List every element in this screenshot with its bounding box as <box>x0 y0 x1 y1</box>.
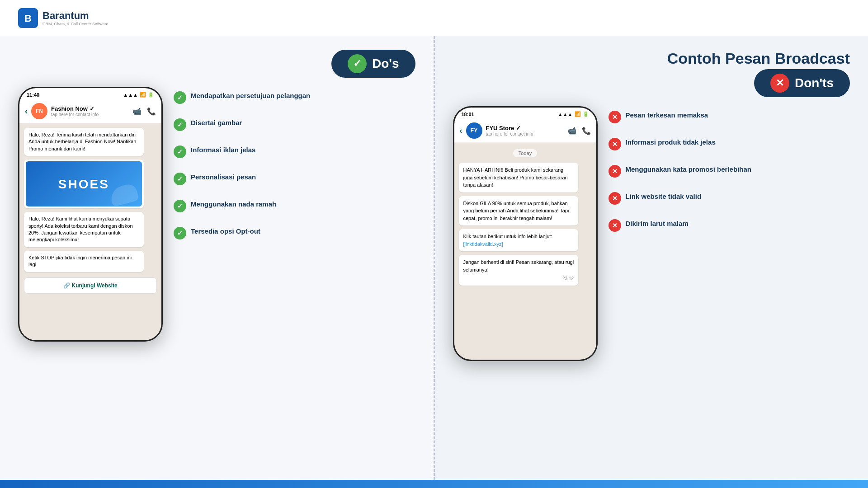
donts-chat-area: Today HANYA HARI INI!! Beli produk kami … <box>454 143 596 360</box>
donts-status-bar: 18:01 ▲▲▲ 📶 🔋 <box>454 108 596 119</box>
donts-chat-bubble-3: Klik tautan berikut untuk info lebih lan… <box>459 229 579 251</box>
dos-checklist: ✓ Mendapatkan persetujuan pelanggan ✓ Di… <box>174 87 415 239</box>
donts-check-5: ✕ Dikirim larut malam <box>609 219 850 232</box>
x-icon-1: ✕ <box>609 111 621 123</box>
check-icon-5: ✓ <box>174 200 186 212</box>
back-arrow-icon: ‹ <box>25 107 28 116</box>
dos-contact-name: Fashion Now ✓ <box>51 105 99 112</box>
page-title: Contoh Pesan Broadcast <box>667 50 850 67</box>
donts-avatar: FY <box>466 122 482 139</box>
dos-check-6: ✓ Tersedia opsi Opt-out <box>174 227 415 239</box>
dos-check-label-3: Informasi iklan jelas <box>191 145 255 155</box>
donts-header: ✕ Don'ts <box>453 69 850 97</box>
donts-chat-bubble-1: HANYA HARI INI!! Beli produk kami sekara… <box>459 163 579 192</box>
donts-label: Don'ts <box>795 76 834 90</box>
dos-chat-image-bubble: SHOES <box>24 160 144 208</box>
dos-status-bar: 11:40 ▲▲▲ 📶 🔋 <box>19 88 161 99</box>
donts-contact-info: FYU Store ✓ tap here for contact info <box>486 125 533 136</box>
donts-check-label-4: Link website tidak valid <box>626 192 702 201</box>
video-icon: 📹 <box>132 107 142 116</box>
dos-badge: ✓ Do's <box>331 50 415 78</box>
logo-subtitle: CRM, Chats, & Call Center Software <box>42 22 108 26</box>
donts-check-label-2: Informasi produk tidak jelas <box>626 138 716 147</box>
dos-chat-bubble-1: Halo, Reza! Terima kasih telah mendaftar… <box>24 128 144 156</box>
check-icon-4: ✓ <box>174 173 186 185</box>
dos-content: 11:40 ▲▲▲ 📶 🔋 ‹ FN Fashion Now ✓ tap her… <box>18 87 415 342</box>
dos-check-label-5: Menggunakan nada ramah <box>191 200 276 209</box>
dos-shoes-image: SHOES <box>26 161 142 206</box>
donts-check-label-5: Dikirim larut malam <box>626 219 689 228</box>
x-icon-4: ✕ <box>609 192 621 205</box>
donts-x-icon: ✕ <box>770 74 789 93</box>
dos-chat-area: Halo, Reza! Terima kasih telah mendaftar… <box>19 123 161 340</box>
dos-avatar: FN <box>31 103 47 119</box>
donts-timestamp: 23:12 <box>463 275 574 282</box>
donts-check-3: ✕ Menggunakan kata promosi berlebihan <box>609 165 850 178</box>
donts-badge: ✕ Don'ts <box>754 69 850 97</box>
donts-contact-sub: tap here for contact info <box>486 131 533 136</box>
donts-back-arrow-icon: ‹ <box>460 126 462 136</box>
x-icon-5: ✕ <box>609 219 621 232</box>
dos-label: Do's <box>372 56 399 71</box>
svg-text:B: B <box>24 13 32 24</box>
dos-check-3: ✓ Informasi iklan jelas <box>174 145 415 158</box>
dos-phone: 11:40 ▲▲▲ 📶 🔋 ‹ FN Fashion Now ✓ tap her… <box>18 87 163 342</box>
donts-phone: 18:01 ▲▲▲ 📶 🔋 ‹ FY FYU Store ✓ tap here … <box>453 106 598 361</box>
x-icon-3: ✕ <box>609 165 621 178</box>
donts-chat-bubble-4: Jangan berhenti di sini! Pesan sekarang,… <box>459 255 579 286</box>
donts-check-2: ✕ Informasi produk tidak jelas <box>609 138 850 150</box>
donts-check-label-3: Menggunakan kata promosi berlebihan <box>626 165 751 174</box>
logo-name: Barantum <box>42 10 108 22</box>
dos-header: ✓ Do's <box>18 50 415 78</box>
check-icon-3: ✓ <box>174 145 186 158</box>
dos-check-1: ✓ Mendapatkan persetujuan pelanggan <box>174 91 415 104</box>
donts-contact-name: FYU Store ✓ <box>486 125 533 131</box>
donts-panel: Contoh Pesan Broadcast ✕ Don'ts 18:01 ▲▲… <box>435 36 868 480</box>
check-icon-1: ✓ <box>174 91 186 104</box>
invalid-link: [linktidakvalid.xyz] <box>463 241 503 247</box>
donts-status-icons: ▲▲▲ 📶 🔋 <box>558 111 589 117</box>
header: B Barantum CRM, Chats, & Call Center Sof… <box>0 0 868 36</box>
x-icon-2: ✕ <box>609 138 621 150</box>
logo-text: Barantum CRM, Chats, & Call Center Softw… <box>42 10 108 26</box>
donts-time: 18:01 <box>462 112 474 117</box>
donts-contact-bar: ‹ FY FYU Store ✓ tap here for contact in… <box>454 119 596 143</box>
page-title-area: Contoh Pesan Broadcast <box>453 50 850 67</box>
dos-panel: ✓ Do's 11:40 ▲▲▲ 📶 🔋 ‹ <box>0 36 435 480</box>
dos-check-label-4: Personalisasi pesan <box>191 173 256 182</box>
logo-area: B Barantum CRM, Chats, & Call Center Sof… <box>18 8 108 28</box>
dos-check-label-6: Tersedia opsi Opt-out <box>191 227 260 236</box>
dos-check-label-2: Disertai gambar <box>191 118 242 127</box>
dos-check-5: ✓ Menggunakan nada ramah <box>174 200 415 212</box>
barantum-logo-icon: B <box>18 8 38 28</box>
phone-icon: 📞 <box>147 107 156 116</box>
donts-check-1: ✕ Pesan terkesan memaksa <box>609 111 850 123</box>
donts-video-icon: 📹 <box>567 127 576 135</box>
dos-chat-bubble-2: Halo, Reza! Kami lihat kamu menyukai sep… <box>24 212 144 247</box>
dos-status-icons: ▲▲▲ 📶 🔋 <box>123 92 154 98</box>
donts-check-label-1: Pesan terkesan memaksa <box>626 111 708 120</box>
dos-contact-action-icons: 📹 📞 <box>132 107 156 116</box>
dos-chat-bubble-3: Ketik STOP jika tidak ingin menerima pes… <box>24 251 144 272</box>
dos-check-label-1: Mendapatkan persetujuan pelanggan <box>191 91 310 100</box>
donts-chat-bubble-2: Diskon GILA 90% untuk semua produk, bahk… <box>459 196 579 226</box>
bottom-gradient-bar <box>0 480 868 488</box>
donts-check-4: ✕ Link website tidak valid <box>609 192 850 205</box>
dos-visit-button[interactable]: 🔗 Kunjungi Website <box>24 277 157 294</box>
dos-check-2: ✓ Disertai gambar <box>174 118 415 131</box>
donts-contact-action-icons: 📹 📞 <box>567 127 591 135</box>
today-label: Today <box>513 149 537 157</box>
dos-check-4: ✓ Personalisasi pesan <box>174 173 415 185</box>
donts-content: 18:01 ▲▲▲ 📶 🔋 ‹ FY FYU Store ✓ tap here … <box>453 106 850 361</box>
dos-contact-bar: ‹ FN Fashion Now ✓ tap here for contact … <box>19 99 161 123</box>
main-content: ✓ Do's 11:40 ▲▲▲ 📶 🔋 ‹ <box>0 36 868 480</box>
dos-time: 11:40 <box>27 92 39 98</box>
dos-check-icon: ✓ <box>348 54 367 73</box>
donts-checklist: ✕ Pesan terkesan memaksa ✕ Informasi pro… <box>609 106 850 232</box>
dos-contact-sub: tap here for contact info <box>51 112 99 117</box>
dos-contact-info: Fashion Now ✓ tap here for contact info <box>51 105 99 117</box>
check-icon-6: ✓ <box>174 227 186 239</box>
donts-phone-icon: 📞 <box>582 127 591 135</box>
check-icon-2: ✓ <box>174 118 186 131</box>
